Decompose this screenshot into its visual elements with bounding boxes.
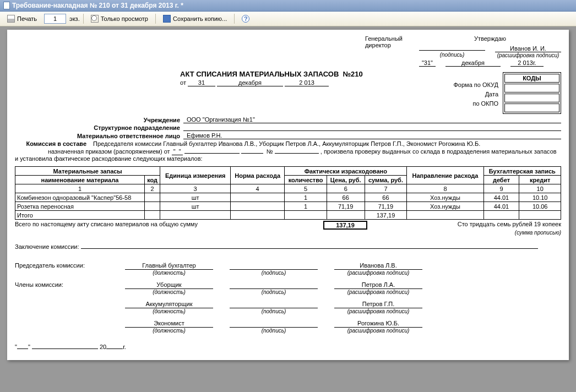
- signature-row: Экономист(должность)(подпись)Рогожина Ю.…: [15, 320, 561, 334]
- order-number: [275, 153, 319, 154]
- footer-year: [106, 349, 123, 349]
- order-no-prefix: №: [267, 148, 273, 155]
- dept-value: [183, 130, 561, 131]
- codes-table: КОДЫ: [503, 72, 561, 114]
- th-unit: Единица измерения: [160, 167, 231, 184]
- copies-value: 1: [53, 15, 57, 22]
- okpo-value: [504, 104, 559, 112]
- dept-label: Структурное подразделение: [15, 124, 180, 131]
- th-qty: количество: [285, 176, 327, 184]
- chair-label: Председатель комиссии:: [15, 262, 108, 276]
- signature-row: Члены комиссии:Уборщик(должность)(подпис…: [15, 281, 561, 295]
- from-label: от: [180, 79, 186, 86]
- members-label: Члены комиссии:: [15, 281, 108, 295]
- table-row: Комбинезон одноразовый "Каспер"56-58шт16…: [15, 193, 561, 202]
- order-day: " ": [172, 148, 183, 155]
- titlebar: Требование-накладная № 210 от 31 декабря…: [0, 0, 576, 12]
- separator: [83, 14, 84, 24]
- printer-icon: [7, 15, 15, 23]
- total-row: Итого137,19: [15, 211, 561, 220]
- members-label: [15, 320, 108, 334]
- magnifier-icon: [91, 15, 99, 23]
- sig-hint: (должность): [125, 270, 213, 276]
- view-only-button[interactable]: Только просмотр: [87, 13, 152, 24]
- col-numbers: 12345678910: [15, 184, 561, 193]
- okud-value: [504, 84, 559, 92]
- date-code-label: Дата: [454, 91, 499, 97]
- approver-name: Иванов И. И.: [495, 45, 561, 52]
- act-year: 2 013: [285, 79, 329, 86]
- sig-hint: (должность): [125, 289, 213, 295]
- table-row: Розетка переноснаяшт171,1971,19Хоз.нужды…: [15, 202, 561, 211]
- sig-hint: (должность): [125, 328, 213, 334]
- copies-suffix: экз.: [69, 15, 80, 22]
- sig-hint: (подпись): [230, 308, 318, 314]
- th-acc: Бухгалтерская запись: [483, 167, 561, 176]
- copies-input[interactable]: 1: [44, 14, 66, 24]
- sig-signature: [230, 281, 318, 289]
- th-sum: сумма, руб.: [365, 176, 407, 184]
- th-norm: Норма расхода: [230, 167, 284, 184]
- sig-signature: [230, 320, 318, 328]
- view-only-label: Только просмотр: [101, 15, 148, 22]
- summary-words-hint: (сумма прописью): [15, 230, 561, 236]
- sig-position: Экономист: [125, 320, 213, 328]
- commission-label: Комиссия в составе: [15, 140, 86, 147]
- th-code: код: [144, 176, 160, 184]
- sig-hint: (подпись): [230, 270, 318, 276]
- print-button[interactable]: Печать: [3, 13, 41, 24]
- date-code-value: [504, 94, 559, 102]
- resp-value: Ефимов Р.Н.: [183, 132, 561, 139]
- approver-signature: [419, 50, 485, 51]
- footer-day: [17, 349, 28, 349]
- sig-position: Главный бухгалтер: [125, 262, 213, 270]
- toolbar: Печать 1 экз. Только просмотр Сохранить …: [0, 12, 576, 26]
- summary-words: Сто тридцать семь рублей 19 копеек: [367, 221, 561, 230]
- approval-month: декабря: [445, 59, 501, 67]
- sig-name: Рогожина Ю.Б.: [334, 320, 422, 328]
- save-copy-label: Сохранить копию...: [173, 15, 227, 22]
- org-label: Учреждение: [15, 117, 180, 123]
- sig-hint: (подпись): [230, 328, 318, 334]
- sig-position: Аккумуляторщик: [125, 301, 213, 308]
- help-icon: ?: [242, 15, 249, 23]
- sig-hint: (расшифровка подписи): [334, 308, 422, 314]
- print-label: Печать: [17, 15, 37, 22]
- materials-table: Материальные запасы Единица измерения Но…: [15, 166, 561, 220]
- help-button[interactable]: ?: [238, 13, 253, 24]
- sig-signature: [230, 301, 318, 308]
- document-page: Генеральный директор Утверждаю (подпись)…: [7, 30, 569, 360]
- window-title: Требование-накладная № 210 от 31 декабря…: [12, 2, 183, 9]
- approver-position: Генеральный директор: [365, 35, 403, 48]
- org-value: ООО "Организация №1": [183, 116, 561, 123]
- page-area[interactable]: Генеральный директор Утверждаю (подпись)…: [0, 26, 576, 392]
- order-year: [241, 153, 263, 154]
- conclusion-label: Заключение комиссии:: [15, 243, 79, 250]
- th-credit: кредит: [519, 176, 561, 184]
- resp-label: Материально ответственное лицо: [15, 133, 180, 139]
- okpo-label: по ОКПО: [454, 100, 499, 107]
- diskette-icon: [163, 15, 171, 23]
- act-day: 31: [188, 79, 215, 86]
- commission-value: Председателя комиссии Главный бухгалтер …: [90, 140, 561, 147]
- order-month: [184, 153, 240, 154]
- sig-name: Иванова Л.В.: [334, 262, 422, 270]
- footer-month: [32, 349, 98, 349]
- sig-hint: (подпись): [230, 289, 318, 295]
- th-price: Цена, руб.: [327, 176, 365, 184]
- sig-hint: (должность): [125, 308, 213, 314]
- th-debit: дебет: [483, 176, 519, 184]
- sig-name: Петров Г.П.: [334, 301, 422, 308]
- summary-amount: 137,19: [323, 221, 367, 230]
- sig-signature: [230, 262, 318, 270]
- okud-label: Форма по ОКУД: [454, 81, 499, 88]
- th-name: наименование материала: [15, 176, 145, 184]
- sig-name: Петров Л.А.: [334, 281, 422, 289]
- save-copy-button[interactable]: Сохранить копию...: [159, 13, 231, 24]
- sig-position: Уборщик: [125, 281, 213, 289]
- conclusion-line: [81, 248, 538, 249]
- signature-row: Председатель комиссии:Главный бухгалтер(…: [15, 262, 561, 276]
- act-month: декабря: [217, 79, 283, 86]
- codes-header: КОДЫ: [504, 74, 559, 83]
- sig-hint: (подпись): [419, 52, 485, 58]
